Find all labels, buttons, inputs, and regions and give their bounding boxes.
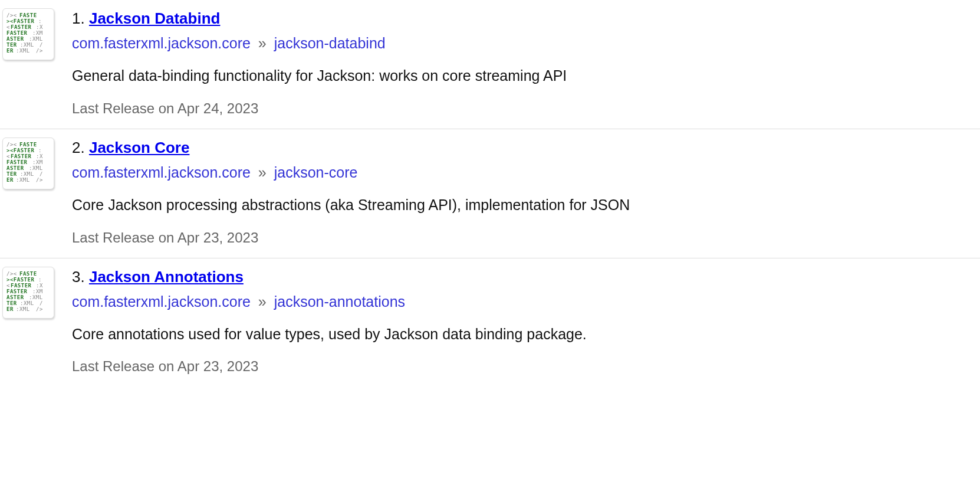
- svg-text:/>: />: [36, 48, 43, 54]
- group-link[interactable]: com.fasterxml.jackson.core: [72, 35, 251, 51]
- result-release: Last Release on Apr 24, 2023: [72, 100, 978, 117]
- result-index: 3.: [72, 268, 85, 286]
- release-date: Apr 23, 2023: [177, 230, 258, 245]
- result-title-link[interactable]: Jackson Databind: [89, 9, 221, 27]
- result-title-line: 2. Jackson Core: [72, 137, 978, 157]
- result-title-line: 3. Jackson Annotations: [72, 267, 978, 286]
- svg-text:/><: /><: [6, 271, 17, 277]
- svg-text:FASTER: FASTER: [11, 283, 32, 289]
- svg-text:FASTE: FASTE: [19, 271, 37, 277]
- result-content: 2. Jackson Core com.fasterxml.jackson.co…: [72, 137, 978, 246]
- svg-text:ASTER: ASTER: [6, 294, 24, 300]
- coords-separator: »: [258, 293, 267, 310]
- svg-text::XML: :XML: [16, 306, 30, 312]
- result-coordinates: com.fasterxml.jackson.core » jackson-dat…: [72, 35, 978, 52]
- result-description: Core Jackson processing abstractions (ak…: [72, 195, 978, 215]
- svg-text::XML: :XML: [29, 165, 43, 171]
- svg-text::XML: :XML: [29, 294, 43, 300]
- svg-text:TER: TER: [6, 171, 17, 177]
- svg-text:TER: TER: [6, 42, 17, 48]
- result-item: /><FASTE ><FASTER: <FASTER:X FASTER:XM A…: [0, 0, 980, 129]
- svg-text:><FASTER: ><FASTER: [6, 277, 34, 283]
- svg-text:FASTER: FASTER: [6, 30, 28, 36]
- svg-text::X: :X: [36, 153, 43, 159]
- svg-text:<: <: [6, 153, 10, 159]
- result-description: General data-binding functionality for J…: [72, 66, 978, 86]
- coords-separator: »: [258, 164, 267, 181]
- result-content: 1. Jackson Databind com.fasterxml.jackso…: [72, 8, 978, 117]
- svg-text:ER: ER: [6, 48, 14, 54]
- release-prefix: Last Release on: [72, 230, 177, 245]
- release-prefix: Last Release on: [72, 100, 177, 116]
- result-release: Last Release on Apr 23, 2023: [72, 230, 978, 246]
- svg-text:><FASTER: ><FASTER: [6, 18, 34, 24]
- result-content: 3. Jackson Annotations com.fasterxml.jac…: [72, 267, 978, 375]
- artifact-link[interactable]: jackson-annotations: [274, 293, 405, 310]
- svg-text:/>: />: [36, 177, 43, 183]
- release-date: Apr 24, 2023: [177, 100, 258, 116]
- svg-text:ASTER: ASTER: [6, 165, 24, 171]
- svg-text:/: /: [40, 171, 43, 177]
- svg-text:FASTER: FASTER: [6, 159, 28, 165]
- svg-text:FASTER: FASTER: [11, 24, 32, 30]
- svg-text:<: <: [6, 24, 10, 30]
- result-title-link[interactable]: Jackson Core: [89, 139, 190, 156]
- result-index: 1.: [72, 9, 85, 27]
- coords-separator: »: [258, 35, 267, 51]
- svg-text:TER: TER: [6, 300, 17, 306]
- result-coordinates: com.fasterxml.jackson.core » jackson-cor…: [72, 164, 978, 181]
- artifact-link[interactable]: jackson-core: [274, 164, 358, 181]
- svg-text:ER: ER: [6, 306, 14, 312]
- svg-text:ASTER: ASTER: [6, 36, 24, 42]
- result-index: 2.: [72, 139, 85, 156]
- group-link[interactable]: com.fasterxml.jackson.core: [72, 293, 251, 310]
- svg-text::XML: :XML: [16, 177, 30, 183]
- release-date: Apr 23, 2023: [177, 358, 258, 374]
- package-icon: /><FASTE ><FASTER: <FASTER:X FASTER:XM A…: [2, 137, 54, 189]
- svg-text:<: <: [6, 283, 10, 289]
- svg-text::: :: [38, 148, 42, 153]
- svg-text:/><: /><: [6, 142, 17, 148]
- result-release: Last Release on Apr 23, 2023: [72, 358, 978, 375]
- result-title-line: 1. Jackson Databind: [72, 8, 978, 28]
- svg-text:/: /: [40, 42, 43, 48]
- svg-text::XML: :XML: [20, 171, 34, 177]
- artifact-link[interactable]: jackson-databind: [274, 35, 386, 51]
- release-prefix: Last Release on: [72, 358, 177, 374]
- svg-text::X: :X: [36, 24, 43, 30]
- package-icon: /><FASTE ><FASTER: <FASTER:X FASTER:XM A…: [2, 267, 54, 319]
- result-coordinates: com.fasterxml.jackson.core » jackson-ann…: [72, 293, 978, 310]
- svg-text:FASTER: FASTER: [11, 153, 32, 159]
- package-icon: /><FASTE ><FASTER: <FASTER:X FASTER:XM A…: [2, 8, 54, 60]
- svg-text::XML: :XML: [16, 48, 30, 54]
- svg-text::: :: [38, 18, 42, 24]
- svg-text:FASTER: FASTER: [6, 289, 28, 294]
- svg-text:ER: ER: [6, 177, 14, 183]
- svg-text::XML: :XML: [20, 42, 34, 48]
- svg-text::X: :X: [36, 283, 43, 289]
- svg-text::: :: [38, 277, 42, 283]
- svg-text:FASTE: FASTE: [19, 142, 37, 148]
- group-link[interactable]: com.fasterxml.jackson.core: [72, 164, 251, 181]
- result-title-link[interactable]: Jackson Annotations: [89, 268, 244, 286]
- svg-text::XM: :XM: [32, 30, 43, 36]
- svg-text::XML: :XML: [20, 300, 34, 306]
- svg-text:><FASTER: ><FASTER: [6, 148, 34, 153]
- svg-text:FASTE: FASTE: [19, 12, 37, 18]
- result-description: Core annotations used for value types, u…: [72, 325, 978, 345]
- result-item: /><FASTE ><FASTER: <FASTER:X FASTER:XM A…: [0, 129, 980, 258]
- svg-text::XM: :XM: [32, 159, 43, 165]
- results-list: /><FASTE ><FASTER: <FASTER:X FASTER:XM A…: [0, 0, 980, 386]
- svg-text::XML: :XML: [29, 36, 43, 42]
- result-item: /><FASTE ><FASTER: <FASTER:X FASTER:XM A…: [0, 258, 980, 387]
- svg-text::XM: :XM: [32, 289, 43, 294]
- svg-text:/: /: [40, 300, 43, 306]
- svg-text:/>: />: [36, 306, 43, 312]
- svg-text:/><: /><: [6, 12, 17, 18]
